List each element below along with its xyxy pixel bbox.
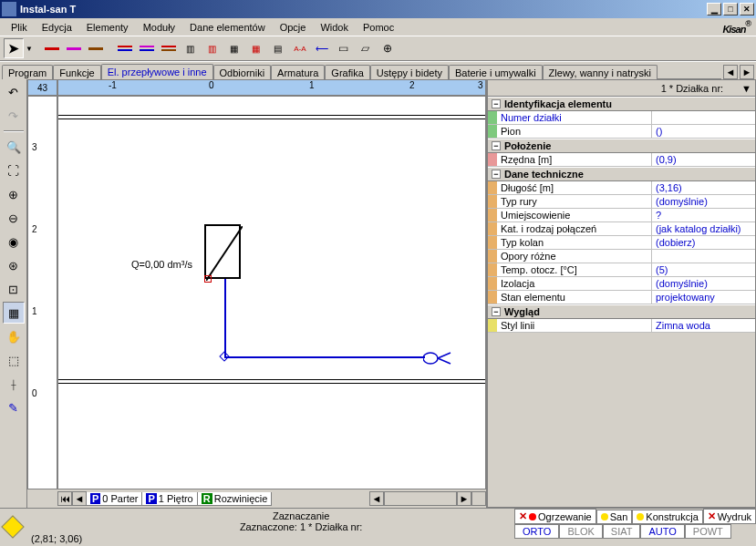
pipe-brown[interactable] [86,38,106,58]
draw-button[interactable]: ✎ [3,397,25,418]
pipe-horizontal[interactable] [224,356,425,358]
prop-row[interactable]: Pion() [488,125,755,139]
tab-grafika[interactable]: Grafika [325,65,369,79]
hscroll-left[interactable]: ◄ [369,491,384,506]
drawing-canvas[interactable]: Q=0,00 dm³/s [57,96,486,489]
menu-moduly[interactable]: Moduły [136,20,182,35]
mode-powt[interactable]: POWT [685,524,731,539]
properties-panel: 1 * Działka nr: ▼ −Identyfikacja element… [486,79,756,508]
prop-row[interactable]: Styl liniiZimna woda [488,319,755,333]
radiator2[interactable]: ▥ [202,38,223,58]
zoom-extent-button[interactable]: ⊡ [3,278,25,300]
prop-row[interactable]: Długość [m](3,16) [488,181,755,195]
radiator3[interactable]: ▦ [224,38,244,58]
pipe-double1[interactable] [115,38,135,58]
status-tab-konstrukcja[interactable]: Konstrukcja [632,510,702,524]
tab-armatura[interactable]: Armatura [271,65,325,79]
tab-scroll-left[interactable]: ◄ [723,65,738,79]
connection-node-blue[interactable] [219,351,229,361]
prop-row[interactable]: Izolacja(domyślnie) [488,277,755,291]
menu-plik[interactable]: Plik [4,20,35,35]
select-rect-button[interactable]: ⬚ [3,349,25,371]
pipe-end-icon[interactable] [423,347,460,369]
prop-row[interactable]: Typ rury(domyślnie) [488,195,755,209]
section-aa[interactable]: A-A [290,38,310,58]
sheet-scroll-prev[interactable]: ◄ [72,491,87,506]
tab-odbiorniki[interactable]: Odbiorniki [213,65,272,79]
pan-button[interactable]: ✋ [3,325,25,347]
pipe-magenta[interactable] [64,38,84,58]
flow-element[interactable] [204,224,241,279]
hscroll-right[interactable]: ► [457,491,471,506]
prop-row[interactable]: Stan elementuprojektowany [488,291,755,304]
connection-node-red[interactable] [204,275,212,283]
pipe-double2[interactable] [137,38,157,58]
prop-row[interactable]: Typ kolan(dobierz) [488,236,755,250]
tool-page[interactable]: ▱ [356,38,376,58]
status-tab-ogrzewanie[interactable]: ✕Ogrzewanie [514,509,596,524]
radiator4[interactable]: ▦ [246,38,266,58]
sheet-pietro[interactable]: P1 Piętro [141,492,197,506]
zoom-all-button[interactable]: ⊛ [3,254,25,276]
status-tab-san[interactable]: San [596,510,633,524]
zoom-area-button[interactable]: ⛶ [3,160,25,181]
hscroll-track[interactable] [384,491,457,506]
pipe-red[interactable] [42,38,62,58]
menu-dane[interactable]: Dane elementów [182,20,273,35]
section-identyfikacja-elementu[interactable]: −Identyfikacja elementu [488,97,755,111]
grid-button[interactable]: ▦ [3,302,25,324]
pipe-vertical[interactable] [224,279,226,356]
tool-target[interactable]: ⊕ [378,38,398,58]
tab-program[interactable]: Program [2,65,53,79]
tool-box[interactable]: ▭ [334,38,354,58]
status-tab-wydruk[interactable]: ✕Wydruk [703,509,756,524]
prop-dropdown-icon[interactable]: ▼ [741,83,751,94]
prop-row[interactable]: Rzędna [m](0,9) [488,153,755,167]
prop-row[interactable]: Numer działki [488,111,755,125]
mode-auto[interactable]: AUTO [640,524,684,539]
logo: Kisan® [722,18,751,37]
section-arrow[interactable]: ⟵ [312,38,332,58]
sheet-rozwiniecie[interactable]: RRozwinięcie [197,492,273,506]
menu-elementy[interactable]: Elementy [79,20,136,35]
tab-scroll-right[interactable]: ► [740,65,754,79]
redo-button[interactable]: ↷ [3,105,25,127]
zoom-minus-button[interactable]: ⊖ [3,207,25,229]
tab-zlewy[interactable]: Zlewy, wanny i natryski [543,65,658,79]
tab-ustepy[interactable]: Ustępy i bidety [370,65,449,79]
radiator5[interactable]: ▤ [268,38,288,58]
sheet-parter[interactable]: P0 Parter [86,492,142,506]
menu-opcje[interactable]: Opcje [273,20,314,35]
resize-grip[interactable] [471,491,486,506]
mode-siat[interactable]: SIAT [603,524,641,539]
maximize-button[interactable]: □ [723,3,738,15]
sheet-scroll-first[interactable]: ⏮ [57,491,72,506]
section-wygląd[interactable]: −Wygląd [488,304,755,319]
prop-row[interactable]: Opory różne [488,250,755,263]
tab-funkcje[interactable]: Funkcje [53,65,101,79]
measure-button[interactable]: ⟊ [3,373,25,395]
menu-widok[interactable]: Widok [313,20,356,35]
section-dane-techniczne[interactable]: −Dane techniczne [488,167,755,181]
section-położenie[interactable]: −Położenie [488,139,755,153]
pipe-double3[interactable] [159,38,179,58]
zoom-fit-button[interactable]: ◉ [3,231,25,252]
zoom-plus-button[interactable]: ⊕ [3,183,25,205]
close-button[interactable]: ✕ [740,3,754,15]
prop-row[interactable]: Umiejscowienie? [488,209,755,222]
menu-pomoc[interactable]: Pomoc [356,20,401,35]
prop-row[interactable]: Temp. otocz. [°C](5) [488,263,755,277]
mode-orto[interactable]: ORTO [514,524,559,539]
zoom-in-button[interactable]: 🔍 [3,136,25,158]
minimize-button[interactable]: ▁ [707,3,721,15]
menu-edycja[interactable]: Edycja [35,20,79,35]
tab-el-przeplywowe[interactable]: El. przepływowe i inne [101,64,213,79]
undo-button[interactable]: ↶ [3,81,25,103]
tab-baterie[interactable]: Baterie i umywalki [449,65,543,79]
mode-blok[interactable]: BLOK [559,524,602,539]
titlebar: Instal-san T ▁ □ ✕ [0,0,756,18]
select-tool[interactable]: ➤ [4,38,24,58]
left-toolbar: ↶ ↷ 🔍 ⛶ ⊕ ⊖ ◉ ⊛ ⊡ ▦ ✋ ⬚ ⟊ ✎ [0,79,27,508]
prop-row[interactable]: Kat. i rodzaj połączeń(jak katalog dział… [488,222,755,236]
radiator1[interactable]: ▥ [181,38,201,58]
